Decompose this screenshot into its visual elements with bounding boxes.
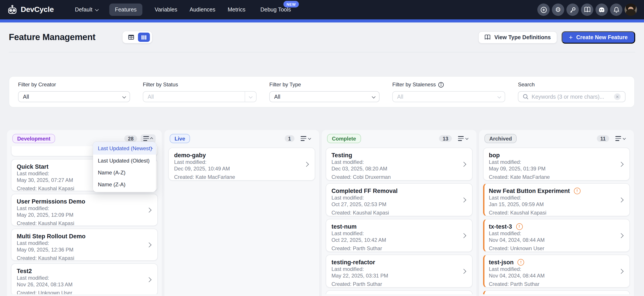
card-created: Created: Kaushal Kapasi	[332, 210, 457, 216]
card-title: Multi Step Rollout Demo	[17, 233, 142, 240]
chevron-down-icon	[622, 137, 626, 140]
api-key-button[interactable]	[566, 3, 579, 16]
sort-option-last-updated-newest[interactable]: Last Updated (Newest)	[93, 142, 156, 155]
nav-tab-debug-tools[interactable]: Debug Tools NEW	[260, 6, 291, 13]
card-created: Created: Kate MacFarlane	[174, 174, 300, 181]
nav-tab-audiences[interactable]: Audiences	[190, 6, 215, 13]
last-modified-label: Last modified:	[489, 159, 614, 166]
chevron-down-icon	[249, 94, 252, 98]
devcycle-logo[interactable]: DevCycle	[7, 4, 54, 15]
sort-button[interactable]	[140, 134, 156, 143]
column-complete: Complete 13 Testing Last modified: Dec 0…	[322, 130, 476, 296]
card-date: Dec 09, 2025, 10:49 AM	[174, 166, 300, 172]
filter-status: Filter by Status All	[143, 81, 256, 102]
filter-creator: Filter by Creator All	[18, 81, 130, 102]
column-live: Live 1 demo-gaby Last modified: Dec 09, …	[164, 130, 319, 296]
kanban-view-button[interactable]	[138, 32, 150, 42]
card-created: Created: Parth Suthar	[489, 281, 614, 288]
view-mode-toggle	[123, 31, 152, 43]
filter-staleness-select[interactable]: All	[392, 91, 505, 102]
filter-status-select[interactable]: All	[143, 91, 256, 102]
sort-button[interactable]	[455, 134, 470, 143]
view-type-definitions-button[interactable]: View Type Definitions	[478, 31, 557, 43]
column-archived: Archived 11 bop Last modified: May 09, 2…	[479, 130, 634, 296]
filter-search: Search Keywords (3 or more chars)... ✕	[518, 81, 626, 102]
card-title: Completed FF Removal	[332, 187, 457, 195]
last-modified-label: Last modified:	[174, 159, 300, 166]
sort-option-name-za[interactable]: Name (Z-A)	[93, 178, 156, 190]
filter-creator-select[interactable]: All	[18, 91, 130, 102]
nav-tab-metrics[interactable]: Metrics	[228, 6, 246, 13]
settings-gear-button[interactable]: ⚙	[552, 3, 564, 16]
notifications-bell-button[interactable]	[610, 3, 622, 16]
chevron-right-icon	[619, 162, 624, 167]
feature-card[interactable]: Multi Step Rollout Demo Last modified: M…	[11, 229, 158, 261]
chevron-right-icon	[619, 233, 624, 238]
feature-card[interactable]: Completed FF Removal Last modified: Oct …	[326, 183, 472, 216]
filter-type-select[interactable]: All	[269, 91, 380, 102]
info-icon[interactable]	[438, 82, 444, 87]
list-view-button[interactable]	[125, 32, 137, 42]
user-avatar[interactable]	[624, 3, 637, 16]
chevron-down-icon	[372, 94, 376, 98]
gear-icon: ⚙	[555, 6, 561, 13]
book-icon	[584, 6, 590, 13]
card-date: May 09, 2025, 01:39 PM	[489, 166, 614, 172]
feature-card[interactable]: test-num Last modified: Oct 22, 2025, 10…	[326, 219, 472, 252]
feature-card[interactable]: User Permissions Demo Last modified: May…	[11, 194, 158, 226]
nav-tab-features[interactable]: Features	[109, 3, 142, 16]
feature-card[interactable]: bop Last modified: May 09, 2025, 01:39 P…	[483, 148, 630, 181]
clear-search-button[interactable]: ✕	[614, 93, 621, 100]
chevron-right-icon	[461, 162, 466, 167]
nav-tab-variables[interactable]: Variables	[155, 6, 177, 13]
last-modified-label: Last modified:	[332, 195, 457, 201]
card-date: Nov 04, 2024, 08:44 AM	[489, 273, 614, 279]
key-icon	[569, 6, 576, 13]
stale-warning-icon	[518, 259, 524, 266]
chevron-right-icon	[461, 269, 466, 274]
table-icon	[128, 35, 134, 40]
card-title: testing-refactor	[332, 259, 457, 266]
sort-button[interactable]	[298, 134, 313, 143]
feature-card[interactable]: New Feat Button Experiment Last modified…	[483, 183, 630, 216]
feature-card[interactable]: test-json Last modified: Nov 04, 2024, 0…	[483, 255, 630, 288]
sort-icon	[143, 136, 149, 141]
sort-button[interactable]	[613, 134, 628, 143]
search-input[interactable]: Keywords (3 or more chars)... ✕	[518, 91, 626, 102]
chevron-right-icon	[619, 269, 624, 274]
column-live-list: demo-gaby Last modified: Dec 09, 2025, 1…	[164, 146, 319, 294]
chevron-right-icon	[304, 162, 309, 167]
column-archived-header: Archived 11	[479, 130, 634, 146]
sort-option-last-updated-oldest[interactable]: Last Updated (Oldest)	[93, 155, 156, 167]
project-selector[interactable]: Default	[75, 6, 98, 13]
feature-card[interactable]: rachel-test	[483, 290, 630, 294]
feature-card[interactable]: Testing Last modified: Dec 03, 2025, 08:…	[326, 148, 472, 181]
filter-status-label: Filter by Status	[143, 81, 256, 88]
last-modified-label: Last modified:	[332, 159, 457, 166]
card-created: Created: Kate MacFarlane	[489, 174, 614, 181]
card-date: Oct 27, 2025, 02:53 PM	[332, 201, 457, 208]
card-created: Created: Unknown User	[17, 290, 142, 294]
count-badge: 1	[284, 135, 294, 142]
select-divider	[245, 92, 245, 102]
feature-card[interactable]: demo-paul	[326, 290, 472, 294]
card-title: Testing	[332, 152, 457, 159]
chevron-right-icon	[146, 208, 152, 213]
feature-card[interactable]: Test2 Last modified: Nov 26, 2024, 08:13…	[11, 264, 158, 294]
brand-name: DevCycle	[21, 5, 54, 14]
docs-book-button[interactable]	[581, 3, 593, 16]
card-created: Created: Kaushal Kapasi	[17, 255, 142, 262]
discord-button[interactable]	[596, 3, 608, 16]
accent-strip	[0, 19, 644, 22]
filter-bar: Filter by Creator All Filter by Status A…	[9, 76, 635, 107]
create-new-feature-button[interactable]: + Create New Feature	[561, 31, 635, 43]
feature-card[interactable]: testing-refactor Last modified: May 22, …	[326, 255, 472, 288]
feature-card[interactable]: demo-gaby Last modified: Dec 09, 2025, 1…	[168, 148, 315, 181]
sort-option-name-az[interactable]: Name (A-Z)	[93, 167, 156, 178]
card-title: test-num	[332, 223, 457, 230]
feature-card[interactable]: tx-test-3 Last modified: Nov 04, 2024, 0…	[483, 219, 630, 252]
card-created: Created: Parth Suthar	[332, 245, 457, 252]
search-label: Search	[518, 81, 626, 88]
add-circle-button[interactable]	[537, 3, 550, 16]
card-title: demo-gaby	[174, 152, 300, 159]
